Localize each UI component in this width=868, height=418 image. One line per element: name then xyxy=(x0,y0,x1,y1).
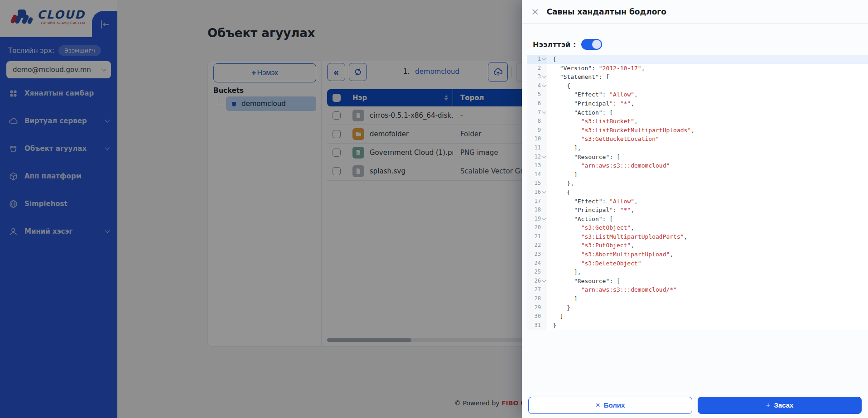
code-line[interactable]: 3 "Statement": [ xyxy=(527,72,868,82)
code-line[interactable]: 8 "s3:ListBucket", xyxy=(527,117,868,126)
code-line[interactable]: 14 ] xyxy=(527,170,868,179)
line-number-gutter: 5 xyxy=(527,90,547,99)
code-line[interactable]: 18 "Principal": "*", xyxy=(527,206,868,215)
line-number: 23 xyxy=(530,250,541,259)
code-line[interactable]: 25 ], xyxy=(527,268,868,277)
line-number-gutter: 20 xyxy=(527,223,547,232)
code-line[interactable]: 24 "s3:DeleteObject" xyxy=(527,259,868,268)
code-line[interactable]: 23 "s3:AbortMultipartUpload", xyxy=(527,250,868,259)
fold-toggle-icon[interactable] xyxy=(541,216,547,222)
code-line[interactable]: 4 { xyxy=(527,82,868,91)
public-toggle-switch[interactable] xyxy=(581,39,602,50)
code-text: "s3:ListBucketMultipartUploads", xyxy=(547,126,694,135)
code-line[interactable]: 9 "s3:ListBucketMultipartUploads", xyxy=(527,126,868,135)
code-text: "Resource": [ xyxy=(547,153,620,162)
line-number: 14 xyxy=(530,170,541,179)
code-text: ], xyxy=(547,144,581,153)
line-number: 27 xyxy=(530,285,541,294)
line-number: 29 xyxy=(530,303,541,312)
fold-spacer xyxy=(541,322,547,328)
code-text: "Effect": "Allow", xyxy=(547,90,638,99)
code-line[interactable]: 2 "Version": "2012-10-17", xyxy=(527,64,868,73)
line-number: 17 xyxy=(530,197,541,206)
code-text: "Principal": "*", xyxy=(547,206,634,215)
line-number-gutter: 23 xyxy=(527,250,547,259)
code-line[interactable]: 21 "s3:ListMultipartUploadParts", xyxy=(527,232,868,241)
code-line[interactable]: 22 "s3:PutObject", xyxy=(527,241,868,250)
line-number: 28 xyxy=(530,294,541,303)
code-text: ] xyxy=(547,170,578,179)
save-button[interactable]: + Засах xyxy=(698,397,862,414)
code-text: "Effect": "Allow", xyxy=(547,197,638,206)
code-text: } xyxy=(547,303,570,312)
fold-toggle-icon[interactable] xyxy=(541,110,547,115)
close-icon[interactable]: × xyxy=(531,7,539,17)
code-text: "s3:ListBucket", xyxy=(547,117,638,126)
code-line[interactable]: 16 { xyxy=(527,188,868,197)
fold-toggle-icon[interactable] xyxy=(541,154,547,160)
code-line[interactable]: 10 "s3:GetBucketLocation" xyxy=(527,135,868,144)
line-number: 16 xyxy=(530,188,541,197)
code-line[interactable]: 5 "Effect": "Allow", xyxy=(527,90,868,99)
code-line[interactable]: 28 ] xyxy=(527,294,868,303)
policy-json-editor[interactable]: 1{2 "Version": "2012-10-17",3 "Statement… xyxy=(527,55,868,330)
code-line[interactable]: 27 "arn:aws:s3:::demomcloud/*" xyxy=(527,285,868,294)
line-number-gutter: 12 xyxy=(527,153,547,162)
code-line[interactable]: 26 "Resource": [ xyxy=(527,277,868,286)
code-line[interactable]: 19 "Action": [ xyxy=(527,215,868,224)
code-text: "Resource": [ xyxy=(547,277,620,286)
fold-spacer xyxy=(541,118,547,124)
fold-spacer xyxy=(541,181,547,187)
code-line[interactable]: 1{ xyxy=(527,55,868,64)
line-number-gutter: 31 xyxy=(527,321,547,330)
line-number: 7 xyxy=(530,108,541,117)
line-number-gutter: 9 xyxy=(527,126,547,135)
fold-spacer xyxy=(541,136,547,142)
fold-toggle-icon[interactable] xyxy=(541,83,547,89)
line-number-gutter: 17 xyxy=(527,197,547,206)
code-line[interactable]: 7 "Action": [ xyxy=(527,108,868,117)
fold-toggle-icon[interactable] xyxy=(541,74,547,80)
code-text: { xyxy=(547,82,570,91)
line-number: 2 xyxy=(530,64,541,73)
fold-spacer xyxy=(541,163,547,168)
drawer-footer: × Болих + Засах xyxy=(522,392,868,418)
fold-toggle-icon[interactable] xyxy=(541,56,547,62)
line-number: 8 xyxy=(530,117,541,126)
line-number: 31 xyxy=(530,321,541,330)
line-number: 1 xyxy=(530,55,541,64)
line-number: 26 xyxy=(530,277,541,286)
fold-spacer xyxy=(541,225,547,231)
code-line[interactable]: 31} xyxy=(527,321,868,330)
code-text: "Statement": [ xyxy=(547,72,609,82)
modal-overlay[interactable] xyxy=(0,0,522,418)
line-number: 18 xyxy=(530,206,541,215)
code-line[interactable]: 13 "arn:aws:s3:::demomcloud" xyxy=(527,161,868,170)
line-number: 4 xyxy=(530,82,541,91)
code-text: "Version": "2012-10-17", xyxy=(547,64,645,73)
fold-spacer xyxy=(541,172,547,178)
code-line[interactable]: 30 ] xyxy=(527,312,868,321)
code-line[interactable]: 12 "Resource": [ xyxy=(527,153,868,162)
code-line[interactable]: 6 "Principal": "*", xyxy=(527,99,868,108)
code-text: } xyxy=(547,321,556,330)
code-line[interactable]: 20 "s3:GetObject", xyxy=(527,223,868,232)
code-text: "Principal": "*", xyxy=(547,99,634,108)
line-number-gutter: 18 xyxy=(527,206,547,215)
fold-toggle-icon[interactable] xyxy=(541,278,547,284)
line-number-gutter: 21 xyxy=(527,232,547,241)
cancel-button[interactable]: × Болих xyxy=(528,397,692,414)
code-line[interactable]: 15 }, xyxy=(527,179,868,188)
cancel-label: Болих xyxy=(604,401,625,409)
code-text: "Action": [ xyxy=(547,108,613,117)
line-number: 5 xyxy=(530,90,541,99)
save-label: Засах xyxy=(774,401,793,409)
code-text: "s3:PutObject", xyxy=(547,241,634,250)
line-number: 24 xyxy=(530,259,541,268)
fold-toggle-icon[interactable] xyxy=(541,189,547,195)
code-line[interactable]: 17 "Effect": "Allow", xyxy=(527,197,868,206)
code-line[interactable]: 29 } xyxy=(527,303,868,312)
fold-spacer xyxy=(541,269,547,275)
code-line[interactable]: 11 ], xyxy=(527,144,868,153)
fold-spacer xyxy=(541,305,547,311)
